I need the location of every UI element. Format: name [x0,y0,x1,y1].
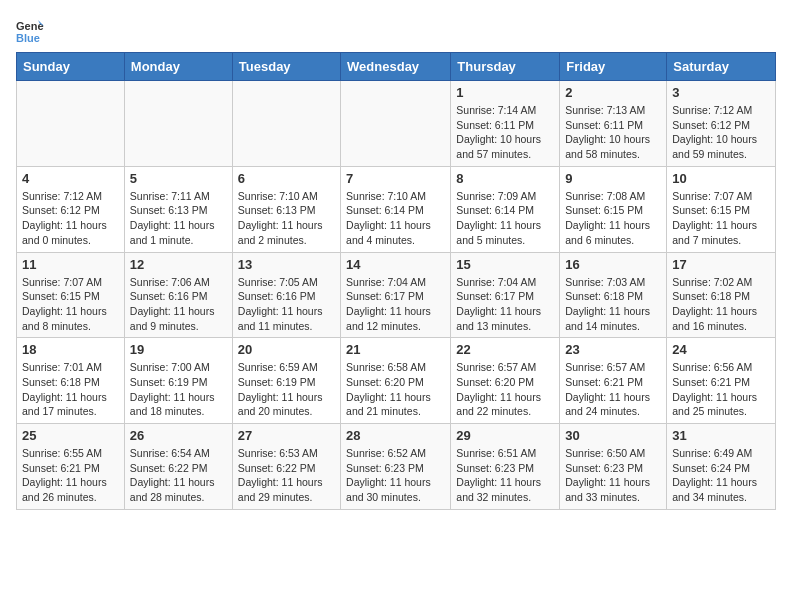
svg-text:Blue: Blue [16,32,40,44]
calendar-cell: 26Sunrise: 6:54 AM Sunset: 6:22 PM Dayli… [124,424,232,510]
day-number: 17 [672,257,770,272]
day-number: 8 [456,171,554,186]
day-number: 24 [672,342,770,357]
calendar-cell [124,81,232,167]
day-info: Sunrise: 7:04 AM Sunset: 6:17 PM Dayligh… [456,275,554,334]
day-number: 4 [22,171,119,186]
calendar-cell: 2Sunrise: 7:13 AM Sunset: 6:11 PM Daylig… [560,81,667,167]
calendar-cell: 7Sunrise: 7:10 AM Sunset: 6:14 PM Daylig… [341,166,451,252]
weekday-header-tuesday: Tuesday [232,53,340,81]
day-number: 18 [22,342,119,357]
calendar-cell: 28Sunrise: 6:52 AM Sunset: 6:23 PM Dayli… [341,424,451,510]
calendar-cell: 5Sunrise: 7:11 AM Sunset: 6:13 PM Daylig… [124,166,232,252]
calendar-cell: 16Sunrise: 7:03 AM Sunset: 6:18 PM Dayli… [560,252,667,338]
calendar-cell: 24Sunrise: 6:56 AM Sunset: 6:21 PM Dayli… [667,338,776,424]
calendar-cell: 12Sunrise: 7:06 AM Sunset: 6:16 PM Dayli… [124,252,232,338]
calendar-cell: 11Sunrise: 7:07 AM Sunset: 6:15 PM Dayli… [17,252,125,338]
calendar-cell: 20Sunrise: 6:59 AM Sunset: 6:19 PM Dayli… [232,338,340,424]
day-info: Sunrise: 7:12 AM Sunset: 6:12 PM Dayligh… [22,189,119,248]
calendar-cell: 17Sunrise: 7:02 AM Sunset: 6:18 PM Dayli… [667,252,776,338]
calendar-cell: 19Sunrise: 7:00 AM Sunset: 6:19 PM Dayli… [124,338,232,424]
day-info: Sunrise: 7:07 AM Sunset: 6:15 PM Dayligh… [672,189,770,248]
day-number: 28 [346,428,445,443]
calendar-cell: 3Sunrise: 7:12 AM Sunset: 6:12 PM Daylig… [667,81,776,167]
calendar-cell: 31Sunrise: 6:49 AM Sunset: 6:24 PM Dayli… [667,424,776,510]
day-info: Sunrise: 7:02 AM Sunset: 6:18 PM Dayligh… [672,275,770,334]
calendar-cell [341,81,451,167]
day-number: 6 [238,171,335,186]
day-number: 26 [130,428,227,443]
day-info: Sunrise: 7:13 AM Sunset: 6:11 PM Dayligh… [565,103,661,162]
day-info: Sunrise: 7:12 AM Sunset: 6:12 PM Dayligh… [672,103,770,162]
weekday-header-wednesday: Wednesday [341,53,451,81]
weekday-header-thursday: Thursday [451,53,560,81]
day-number: 27 [238,428,335,443]
calendar-cell: 29Sunrise: 6:51 AM Sunset: 6:23 PM Dayli… [451,424,560,510]
calendar-cell: 22Sunrise: 6:57 AM Sunset: 6:20 PM Dayli… [451,338,560,424]
day-number: 21 [346,342,445,357]
day-number: 14 [346,257,445,272]
calendar-cell: 13Sunrise: 7:05 AM Sunset: 6:16 PM Dayli… [232,252,340,338]
day-number: 23 [565,342,661,357]
weekday-header-saturday: Saturday [667,53,776,81]
day-number: 7 [346,171,445,186]
calendar-cell: 6Sunrise: 7:10 AM Sunset: 6:13 PM Daylig… [232,166,340,252]
day-number: 29 [456,428,554,443]
calendar-cell [232,81,340,167]
day-info: Sunrise: 7:10 AM Sunset: 6:13 PM Dayligh… [238,189,335,248]
calendar-cell: 4Sunrise: 7:12 AM Sunset: 6:12 PM Daylig… [17,166,125,252]
calendar-cell: 21Sunrise: 6:58 AM Sunset: 6:20 PM Dayli… [341,338,451,424]
day-number: 19 [130,342,227,357]
day-info: Sunrise: 6:57 AM Sunset: 6:21 PM Dayligh… [565,360,661,419]
day-info: Sunrise: 6:50 AM Sunset: 6:23 PM Dayligh… [565,446,661,505]
calendar-cell: 1Sunrise: 7:14 AM Sunset: 6:11 PM Daylig… [451,81,560,167]
day-info: Sunrise: 6:56 AM Sunset: 6:21 PM Dayligh… [672,360,770,419]
weekday-header-row: SundayMondayTuesdayWednesdayThursdayFrid… [17,53,776,81]
logo: General Blue [16,16,48,44]
calendar-week-row: 25Sunrise: 6:55 AM Sunset: 6:21 PM Dayli… [17,424,776,510]
day-info: Sunrise: 7:00 AM Sunset: 6:19 PM Dayligh… [130,360,227,419]
day-info: Sunrise: 6:53 AM Sunset: 6:22 PM Dayligh… [238,446,335,505]
day-number: 16 [565,257,661,272]
day-info: Sunrise: 7:11 AM Sunset: 6:13 PM Dayligh… [130,189,227,248]
day-info: Sunrise: 6:52 AM Sunset: 6:23 PM Dayligh… [346,446,445,505]
day-info: Sunrise: 7:06 AM Sunset: 6:16 PM Dayligh… [130,275,227,334]
day-info: Sunrise: 6:58 AM Sunset: 6:20 PM Dayligh… [346,360,445,419]
calendar-cell: 25Sunrise: 6:55 AM Sunset: 6:21 PM Dayli… [17,424,125,510]
day-info: Sunrise: 7:01 AM Sunset: 6:18 PM Dayligh… [22,360,119,419]
day-number: 9 [565,171,661,186]
weekday-header-friday: Friday [560,53,667,81]
day-info: Sunrise: 7:08 AM Sunset: 6:15 PM Dayligh… [565,189,661,248]
day-number: 1 [456,85,554,100]
day-info: Sunrise: 6:59 AM Sunset: 6:19 PM Dayligh… [238,360,335,419]
calendar-week-row: 11Sunrise: 7:07 AM Sunset: 6:15 PM Dayli… [17,252,776,338]
header: General Blue [16,16,776,44]
day-info: Sunrise: 7:05 AM Sunset: 6:16 PM Dayligh… [238,275,335,334]
calendar-cell: 10Sunrise: 7:07 AM Sunset: 6:15 PM Dayli… [667,166,776,252]
day-number: 13 [238,257,335,272]
day-number: 11 [22,257,119,272]
calendar-week-row: 1Sunrise: 7:14 AM Sunset: 6:11 PM Daylig… [17,81,776,167]
day-number: 3 [672,85,770,100]
weekday-header-sunday: Sunday [17,53,125,81]
calendar-week-row: 4Sunrise: 7:12 AM Sunset: 6:12 PM Daylig… [17,166,776,252]
day-info: Sunrise: 7:10 AM Sunset: 6:14 PM Dayligh… [346,189,445,248]
day-info: Sunrise: 7:03 AM Sunset: 6:18 PM Dayligh… [565,275,661,334]
day-number: 15 [456,257,554,272]
day-number: 20 [238,342,335,357]
logo-icon: General Blue [16,16,44,44]
day-number: 10 [672,171,770,186]
day-info: Sunrise: 6:57 AM Sunset: 6:20 PM Dayligh… [456,360,554,419]
day-info: Sunrise: 6:49 AM Sunset: 6:24 PM Dayligh… [672,446,770,505]
calendar-cell [17,81,125,167]
day-number: 22 [456,342,554,357]
calendar-week-row: 18Sunrise: 7:01 AM Sunset: 6:18 PM Dayli… [17,338,776,424]
calendar-cell: 8Sunrise: 7:09 AM Sunset: 6:14 PM Daylig… [451,166,560,252]
calendar-cell: 15Sunrise: 7:04 AM Sunset: 6:17 PM Dayli… [451,252,560,338]
calendar-cell: 23Sunrise: 6:57 AM Sunset: 6:21 PM Dayli… [560,338,667,424]
calendar-cell: 27Sunrise: 6:53 AM Sunset: 6:22 PM Dayli… [232,424,340,510]
calendar-cell: 30Sunrise: 6:50 AM Sunset: 6:23 PM Dayli… [560,424,667,510]
calendar-table: SundayMondayTuesdayWednesdayThursdayFrid… [16,52,776,510]
day-number: 31 [672,428,770,443]
day-info: Sunrise: 6:54 AM Sunset: 6:22 PM Dayligh… [130,446,227,505]
